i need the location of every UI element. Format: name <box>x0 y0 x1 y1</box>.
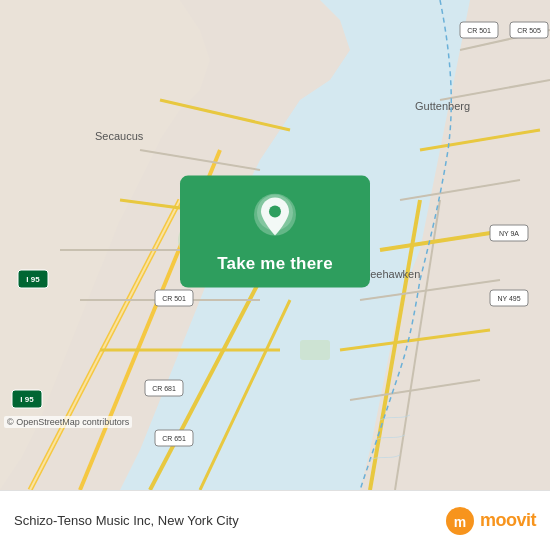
location-name: Schizo-Tenso Music Inc, New York City <box>14 513 239 528</box>
svg-text:I 95: I 95 <box>20 395 34 404</box>
svg-text:Secaucus: Secaucus <box>95 130 144 142</box>
moovit-logo-icon: m <box>444 505 476 537</box>
svg-text:m: m <box>454 514 466 530</box>
svg-text:CR 501: CR 501 <box>162 295 186 302</box>
map-container: I 95 I 95 CR 501 CR 501 CR 505 CR 681 CR… <box>0 0 550 490</box>
svg-text:NY 495: NY 495 <box>497 295 520 302</box>
map-attribution: © OpenStreetMap contributors <box>4 416 132 428</box>
svg-text:I 95: I 95 <box>26 275 40 284</box>
take-me-there-label: Take me there <box>217 254 333 274</box>
bottom-bar: Schizo-Tenso Music Inc, New York City m … <box>0 490 550 550</box>
location-pin-icon <box>254 194 296 246</box>
take-me-there-button[interactable]: Take me there <box>180 176 370 288</box>
svg-rect-48 <box>300 340 330 360</box>
moovit-wordmark: moovit <box>480 510 536 531</box>
svg-text:CR 681: CR 681 <box>152 385 176 392</box>
svg-text:NY 9A: NY 9A <box>499 230 519 237</box>
svg-text:CR 501: CR 501 <box>467 27 491 34</box>
svg-text:CR 505: CR 505 <box>517 27 541 34</box>
moovit-logo: m moovit <box>444 505 536 537</box>
svg-text:CR 651: CR 651 <box>162 435 186 442</box>
svg-point-51 <box>269 206 281 218</box>
svg-text:Guttenberg: Guttenberg <box>415 100 470 112</box>
